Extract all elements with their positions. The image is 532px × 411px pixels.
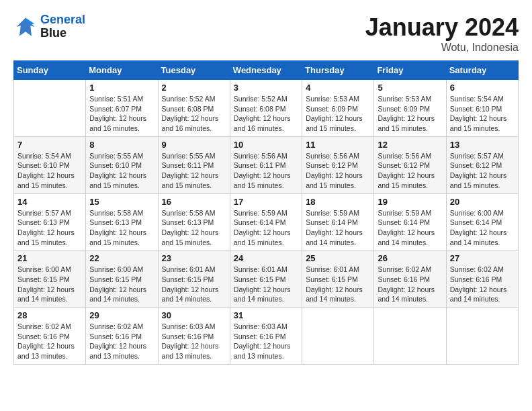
day-number: 12 bbox=[378, 140, 442, 150]
day-info: Sunrise: 6:02 AMSunset: 6:16 PMDaylight:… bbox=[378, 265, 442, 304]
day-info: Sunrise: 5:56 AMSunset: 6:12 PMDaylight:… bbox=[378, 151, 442, 191]
day-number: 9 bbox=[162, 140, 226, 150]
week-row-1: 1 Sunrise: 5:51 AMSunset: 6:07 PMDayligh… bbox=[14, 80, 519, 137]
day-info: Sunrise: 5:55 AMSunset: 6:11 PMDaylight:… bbox=[162, 151, 226, 191]
day-number: 15 bbox=[89, 197, 154, 207]
calendar-cell: 25 Sunrise: 6:01 AMSunset: 6:15 PMDaylig… bbox=[302, 250, 374, 308]
day-info: Sunrise: 5:54 AMSunset: 6:10 PMDaylight:… bbox=[450, 94, 515, 134]
calendar-cell: 9 Sunrise: 5:55 AMSunset: 6:11 PMDayligh… bbox=[158, 136, 230, 193]
calendar-cell: 2 Sunrise: 5:52 AMSunset: 6:08 PMDayligh… bbox=[158, 80, 230, 137]
calendar-cell: 19 Sunrise: 5:59 AMSunset: 6:14 PMDaylig… bbox=[374, 193, 446, 250]
calendar-cell: 8 Sunrise: 5:55 AMSunset: 6:10 PMDayligh… bbox=[86, 136, 158, 193]
header: General Blue January 2024 Wotu, Indonesi… bbox=[13, 13, 519, 54]
day-info: Sunrise: 5:56 AMSunset: 6:12 PMDaylight:… bbox=[306, 151, 370, 191]
calendar-cell: 14 Sunrise: 5:57 AMSunset: 6:13 PMDaylig… bbox=[14, 193, 86, 250]
calendar-cell: 6 Sunrise: 5:54 AMSunset: 6:10 PMDayligh… bbox=[446, 80, 518, 137]
day-number: 22 bbox=[89, 253, 154, 263]
day-number: 24 bbox=[234, 253, 298, 263]
weekday-header-row: Sunday Monday Tuesday Wednesday Thursday… bbox=[14, 61, 519, 80]
day-number: 6 bbox=[450, 83, 515, 93]
day-number: 5 bbox=[378, 83, 442, 93]
day-number: 13 bbox=[450, 140, 515, 150]
logo: General Blue bbox=[13, 13, 85, 40]
day-number: 27 bbox=[450, 253, 515, 263]
calendar-cell: 21 Sunrise: 6:00 AMSunset: 6:15 PMDaylig… bbox=[14, 250, 86, 308]
logo-text: General Blue bbox=[40, 13, 85, 40]
day-number: 11 bbox=[306, 140, 370, 150]
title-area: January 2024 Wotu, Indonesia bbox=[365, 13, 519, 54]
week-row-3: 14 Sunrise: 5:57 AMSunset: 6:13 PMDaylig… bbox=[14, 193, 519, 250]
logo-icon bbox=[13, 15, 38, 39]
calendar-cell: 18 Sunrise: 5:59 AMSunset: 6:14 PMDaylig… bbox=[302, 193, 374, 250]
week-row-4: 21 Sunrise: 6:00 AMSunset: 6:15 PMDaylig… bbox=[14, 250, 519, 308]
calendar-cell: 12 Sunrise: 5:56 AMSunset: 6:12 PMDaylig… bbox=[374, 136, 446, 193]
calendar-cell: 23 Sunrise: 6:01 AMSunset: 6:15 PMDaylig… bbox=[158, 250, 230, 308]
day-info: Sunrise: 5:54 AMSunset: 6:10 PMDaylight:… bbox=[17, 151, 82, 191]
calendar-cell bbox=[302, 308, 374, 365]
day-number: 14 bbox=[17, 197, 82, 207]
day-number: 19 bbox=[378, 197, 442, 207]
day-info: Sunrise: 6:01 AMSunset: 6:15 PMDaylight:… bbox=[234, 265, 298, 304]
day-info: Sunrise: 6:02 AMSunset: 6:16 PMDaylight:… bbox=[17, 322, 82, 361]
day-info: Sunrise: 5:57 AMSunset: 6:12 PMDaylight:… bbox=[450, 151, 515, 191]
week-row-2: 7 Sunrise: 5:54 AMSunset: 6:10 PMDayligh… bbox=[14, 136, 519, 193]
day-number: 3 bbox=[234, 83, 298, 93]
day-info: Sunrise: 5:57 AMSunset: 6:13 PMDaylight:… bbox=[17, 208, 82, 248]
header-thursday: Thursday bbox=[302, 61, 374, 80]
day-number: 2 bbox=[162, 83, 226, 93]
calendar-cell bbox=[14, 80, 86, 137]
calendar-table: Sunday Monday Tuesday Wednesday Thursday… bbox=[13, 60, 519, 365]
day-info: Sunrise: 6:03 AMSunset: 6:16 PMDaylight:… bbox=[234, 322, 298, 361]
calendar-cell: 4 Sunrise: 5:53 AMSunset: 6:09 PMDayligh… bbox=[302, 80, 374, 137]
calendar-cell: 24 Sunrise: 6:01 AMSunset: 6:15 PMDaylig… bbox=[230, 250, 302, 308]
day-info: Sunrise: 5:51 AMSunset: 6:07 PMDaylight:… bbox=[89, 94, 154, 134]
day-info: Sunrise: 5:59 AMSunset: 6:14 PMDaylight:… bbox=[378, 208, 442, 248]
calendar-cell: 22 Sunrise: 6:00 AMSunset: 6:15 PMDaylig… bbox=[86, 250, 158, 308]
day-number: 8 bbox=[89, 140, 154, 150]
day-number: 26 bbox=[378, 253, 442, 263]
day-number: 10 bbox=[234, 140, 298, 150]
day-number: 23 bbox=[162, 253, 226, 263]
calendar-cell: 1 Sunrise: 5:51 AMSunset: 6:07 PMDayligh… bbox=[86, 80, 158, 137]
day-info: Sunrise: 5:58 AMSunset: 6:13 PMDaylight:… bbox=[89, 208, 154, 248]
location-title: Wotu, Indonesia bbox=[365, 42, 519, 54]
day-number: 7 bbox=[17, 140, 82, 150]
day-info: Sunrise: 6:01 AMSunset: 6:15 PMDaylight:… bbox=[162, 265, 226, 304]
svg-marker-0 bbox=[17, 17, 35, 36]
calendar-cell: 7 Sunrise: 5:54 AMSunset: 6:10 PMDayligh… bbox=[14, 136, 86, 193]
header-monday: Monday bbox=[86, 61, 158, 80]
calendar-cell: 10 Sunrise: 5:56 AMSunset: 6:11 PMDaylig… bbox=[230, 136, 302, 193]
calendar-cell: 29 Sunrise: 6:02 AMSunset: 6:16 PMDaylig… bbox=[86, 308, 158, 365]
calendar-cell bbox=[446, 308, 518, 365]
calendar-cell: 3 Sunrise: 5:52 AMSunset: 6:08 PMDayligh… bbox=[230, 80, 302, 137]
day-info: Sunrise: 6:00 AMSunset: 6:14 PMDaylight:… bbox=[450, 208, 515, 248]
day-number: 18 bbox=[306, 197, 370, 207]
day-info: Sunrise: 6:00 AMSunset: 6:15 PMDaylight:… bbox=[17, 265, 82, 304]
calendar-cell: 30 Sunrise: 6:03 AMSunset: 6:16 PMDaylig… bbox=[158, 308, 230, 365]
day-info: Sunrise: 6:01 AMSunset: 6:15 PMDaylight:… bbox=[306, 265, 370, 304]
header-wednesday: Wednesday bbox=[230, 61, 302, 80]
day-info: Sunrise: 5:59 AMSunset: 6:14 PMDaylight:… bbox=[234, 208, 298, 248]
day-info: Sunrise: 5:59 AMSunset: 6:14 PMDaylight:… bbox=[306, 208, 370, 248]
day-info: Sunrise: 6:00 AMSunset: 6:15 PMDaylight:… bbox=[89, 265, 154, 304]
day-info: Sunrise: 6:02 AMSunset: 6:16 PMDaylight:… bbox=[89, 322, 154, 361]
day-info: Sunrise: 6:02 AMSunset: 6:16 PMDaylight:… bbox=[450, 265, 515, 304]
calendar-cell: 31 Sunrise: 6:03 AMSunset: 6:16 PMDaylig… bbox=[230, 308, 302, 365]
calendar-cell: 26 Sunrise: 6:02 AMSunset: 6:16 PMDaylig… bbox=[374, 250, 446, 308]
calendar-cell: 13 Sunrise: 5:57 AMSunset: 6:12 PMDaylig… bbox=[446, 136, 518, 193]
calendar-cell: 28 Sunrise: 6:02 AMSunset: 6:16 PMDaylig… bbox=[14, 308, 86, 365]
day-number: 21 bbox=[17, 253, 82, 263]
day-number: 29 bbox=[89, 310, 154, 320]
calendar-cell: 27 Sunrise: 6:02 AMSunset: 6:16 PMDaylig… bbox=[446, 250, 518, 308]
calendar-cell bbox=[374, 308, 446, 365]
day-number: 31 bbox=[234, 310, 298, 320]
day-number: 16 bbox=[162, 197, 226, 207]
day-info: Sunrise: 5:55 AMSunset: 6:10 PMDaylight:… bbox=[89, 151, 154, 191]
day-number: 1 bbox=[89, 83, 154, 93]
calendar-cell: 11 Sunrise: 5:56 AMSunset: 6:12 PMDaylig… bbox=[302, 136, 374, 193]
day-info: Sunrise: 5:52 AMSunset: 6:08 PMDaylight:… bbox=[162, 94, 226, 134]
day-info: Sunrise: 6:03 AMSunset: 6:16 PMDaylight:… bbox=[162, 322, 226, 361]
week-row-5: 28 Sunrise: 6:02 AMSunset: 6:16 PMDaylig… bbox=[14, 308, 519, 365]
calendar-cell: 15 Sunrise: 5:58 AMSunset: 6:13 PMDaylig… bbox=[86, 193, 158, 250]
calendar-cell: 17 Sunrise: 5:59 AMSunset: 6:14 PMDaylig… bbox=[230, 193, 302, 250]
